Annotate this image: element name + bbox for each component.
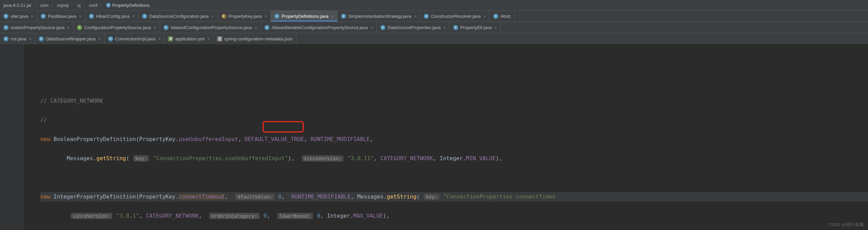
param-hint: orderInCategory: — [209, 213, 260, 219]
tab-label: spring-configuration-metadata.json — [224, 36, 293, 41]
java-file-icon: C — [89, 14, 94, 19]
class-name: BooleanPropertyDefinition — [54, 136, 136, 142]
editor-tab[interactable]: CurationPropertySource.java× — [0, 22, 74, 33]
watermark: CSDN @蜀中孤鹰 — [828, 222, 864, 228]
java-file-icon: C — [142, 14, 147, 19]
string-lit: "3.0.11" — [347, 155, 374, 162]
java-file-icon: C — [41, 14, 46, 19]
crumb-cj[interactable]: cj — [77, 3, 80, 8]
num-lit: 0 — [278, 193, 281, 200]
crumb-jar[interactable]: java-8.0.21.jar — [3, 3, 31, 8]
editor-tab[interactable]: CPropertyDefinitions.java× — [271, 11, 338, 22]
kw-new: new — [40, 193, 50, 200]
java-file-icon: C — [3, 25, 9, 30]
tab-label: DataSourceConfiguration.java — [149, 14, 208, 19]
crumb-sep: 〉 — [51, 2, 55, 8]
code-comment: // CATEGORY_NETWORK — [40, 98, 103, 104]
close-icon[interactable]: × — [158, 36, 161, 41]
param-hint: dfaultValue: — [235, 194, 274, 200]
tab-label: HikariConfig.java — [96, 14, 130, 19]
editor-tab[interactable]: CAbstr — [490, 11, 514, 22]
tab-label: application.yml — [175, 36, 205, 41]
param-hint: sinceVersion: — [302, 155, 344, 162]
tab-label: PoolBase.java — [48, 14, 76, 19]
editor-tab[interactable]: IConfigurationPropertySource.java× — [74, 22, 160, 33]
close-icon[interactable]: × — [211, 14, 214, 19]
close-icon[interactable]: × — [154, 25, 156, 30]
editor-tab[interactable]: Crce.java× — [0, 33, 35, 44]
type-ref: Messages — [67, 155, 93, 162]
editor-tab[interactable]: CAliasedConfigurationPropertySource.java… — [160, 22, 261, 33]
crumb-class[interactable]: C PropertyDefinitions — [106, 3, 150, 8]
java-file-icon: C — [274, 14, 279, 19]
const-ref: CATEGORY_NETWORK — [146, 213, 199, 219]
java-file-icon: C — [3, 36, 9, 41]
close-icon[interactable]: × — [414, 14, 417, 19]
close-icon[interactable]: × — [495, 25, 497, 30]
close-icon[interactable]: × — [98, 36, 101, 41]
num-lit: 9 — [263, 213, 267, 219]
editor-tab[interactable]: CSimpleInstantiationStrategy.java× — [338, 11, 420, 22]
editor-tab[interactable]: CConstructorResolver.java× — [420, 11, 490, 22]
const-ref: DEFAULT_VALUE_TRUE — [245, 136, 304, 142]
crumb-com[interactable]: com — [40, 3, 49, 8]
close-icon[interactable]: × — [67, 25, 70, 30]
editor-tab[interactable]: CAliasedIterableConfigurationPropertySou… — [261, 22, 377, 33]
editor-tab-row: Crce.java×CDataSourceWrapper.java×CConne… — [0, 33, 868, 44]
tab-label: ConstructorResolver.java — [431, 14, 481, 19]
java-file-icon: C — [39, 36, 44, 41]
code-comment: // — [40, 117, 47, 123]
editor-tab-row: CurationPropertySource.java×IConfigurati… — [0, 22, 868, 33]
close-icon[interactable]: × — [79, 14, 82, 19]
editor-tab[interactable]: CPoolBase.java× — [37, 11, 86, 22]
close-icon[interactable]: × — [265, 14, 267, 19]
type-ref: Messages — [357, 193, 383, 200]
close-icon[interactable]: × — [443, 25, 446, 30]
editor-tab[interactable]: CDataSourceProperties.java× — [377, 22, 450, 33]
close-icon[interactable]: × — [31, 14, 34, 19]
crumb-sep: 〉 — [100, 2, 104, 8]
close-icon[interactable]: × — [331, 14, 334, 19]
string-lit: "ConnectionProperties.useUnbufferedInput… — [153, 155, 288, 162]
editor-tab[interactable]: ⚙application.yml× — [165, 33, 214, 44]
tab-label: DataSourceProperties.java — [387, 25, 440, 30]
close-icon[interactable]: × — [29, 36, 32, 41]
close-icon[interactable]: × — [484, 14, 486, 19]
close-icon[interactable]: × — [132, 14, 135, 19]
editor-tab[interactable]: CConnectionImpl.java× — [105, 33, 165, 44]
close-icon[interactable]: × — [207, 36, 210, 41]
editor-tab[interactable]: EPropertyKey.java× — [218, 11, 271, 22]
editor-tab[interactable]: CDataSourceWrapper.java× — [35, 33, 105, 44]
tab-label: rce.java — [11, 36, 26, 41]
editor-tab[interactable]: {}spring-configuration-metadata.json — [214, 33, 297, 44]
crumb-mysql[interactable]: mysql — [57, 3, 69, 8]
editor-tab[interactable]: CPropertyElf.java× — [450, 22, 501, 33]
java-file-icon: C — [380, 25, 385, 30]
crumb-conf[interactable]: conf — [89, 3, 97, 8]
type-ref: Integer — [327, 213, 350, 219]
param-hint: lowerBound: — [277, 213, 313, 219]
method-call: getString — [387, 193, 417, 200]
close-icon[interactable]: × — [370, 25, 373, 30]
yml-file-icon: ⚙ — [168, 36, 173, 41]
java-file-icon: C — [453, 25, 458, 30]
tab-label: PropertyElf.java — [460, 25, 492, 30]
java-file-icon: C — [163, 25, 169, 30]
type-ref: Integer — [440, 155, 463, 162]
close-icon[interactable]: × — [255, 25, 258, 30]
java-file-icon: C — [341, 14, 346, 19]
param-hint: key: — [133, 155, 149, 162]
java-file-icon: C — [264, 25, 269, 30]
intf-file-icon: I — [77, 25, 82, 30]
editor-tab[interactable]: CDataSourceConfiguration.java× — [139, 11, 218, 22]
type-ref: PropertyKey — [139, 193, 175, 200]
crumb-sep: 〉 — [71, 2, 75, 8]
code-area[interactable]: // CATEGORY_NETWORK // new BooleanProper… — [24, 77, 868, 230]
editor-tab[interactable]: Coller.java× — [0, 11, 37, 22]
json-file-icon: {} — [217, 36, 222, 41]
editor-tab[interactable]: CHikariConfig.java× — [86, 11, 139, 22]
java-file-icon: C — [493, 14, 498, 19]
field-ref: useUnbufferedInput — [179, 136, 238, 142]
num-lit: 0 — [317, 213, 320, 219]
code-editor[interactable]: // CATEGORY_NETWORK // new BooleanProper… — [0, 44, 868, 230]
